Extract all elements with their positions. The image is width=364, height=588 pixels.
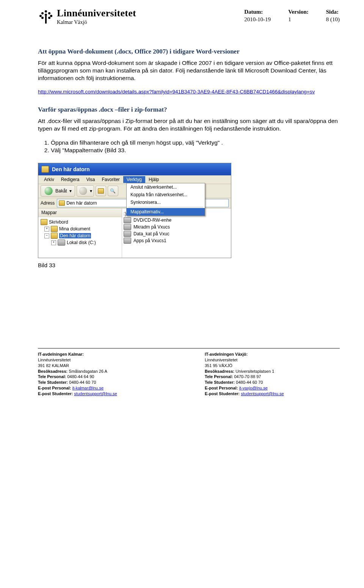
- tree-skrivbord[interactable]: Skrivbord: [41, 219, 119, 225]
- menu-hjalp[interactable]: Hjälp: [145, 176, 162, 183]
- forward-button[interactable]: ▾: [77, 185, 94, 197]
- explorer-screenshot: Den här datorn Arkiv Redigera Visa Favor…: [38, 163, 231, 258]
- logo-title: Linnéuniversitetet: [57, 8, 136, 18]
- list-item[interactable]: Mkradm på Vxucs: [124, 224, 229, 230]
- instruction-list: Öppna din filhanterare och gå till menyn…: [51, 139, 340, 154]
- my-computer-icon: [41, 166, 49, 173]
- menu-verktyg[interactable]: Verktyg: [123, 176, 145, 183]
- menu-arkiv[interactable]: Arkiv: [41, 176, 58, 183]
- dropdown-koppla[interactable]: Koppla från nätverksenhet...: [127, 191, 205, 199]
- tree-den-har-datorn[interactable]: − Den här datorn: [41, 232, 119, 239]
- expand-icon[interactable]: +: [44, 227, 49, 232]
- step-2: Välj "Mappalternativ (Bild 33.: [51, 147, 340, 154]
- meta-date-label: Datum:: [244, 8, 271, 16]
- email-link[interactable]: it-kalmar@lnu.se: [72, 386, 104, 390]
- address-label: Adress: [41, 200, 55, 206]
- footer-heading: IT-avdelningen Kalmar:: [38, 352, 84, 356]
- svg-point-3: [39, 15, 42, 17]
- folder-up-icon: [98, 188, 104, 194]
- svg-rect-8: [45, 16, 47, 24]
- svg-point-6: [41, 17, 44, 19]
- back-label: Bakåt: [55, 188, 67, 194]
- email-link[interactable]: studentsupport@lnu.se: [241, 391, 284, 396]
- footer-col-vaxjo: IT-avdelningen Växjö: Linnéuniversitetet…: [205, 352, 349, 397]
- window-titlebar: Den här datorn: [38, 163, 231, 175]
- svg-point-1: [41, 12, 44, 14]
- back-icon: [44, 186, 53, 195]
- footer-heading: IT-avdelningen Växjö:: [205, 352, 248, 356]
- expand-icon[interactable]: +: [51, 240, 56, 245]
- meta-version-value: 1: [288, 16, 309, 24]
- menu-bar: Arkiv Redigera Visa Favoriter Verktyg Hj…: [38, 175, 231, 184]
- footer-divider: [38, 348, 340, 348]
- svg-point-5: [50, 15, 52, 17]
- step-1: Öppna din filhanterare och gå till menyn…: [51, 139, 340, 146]
- email-link[interactable]: it-vaxjo@lnu.se: [239, 386, 267, 390]
- search-icon: 🔍: [110, 188, 116, 194]
- folder-icon: [51, 226, 58, 232]
- tree-mina-dokument[interactable]: + Mina dokument: [41, 225, 119, 232]
- folders-pane: Mappar Skrivbord + Mina dokument −: [38, 208, 122, 258]
- chevron-down-icon: ▾: [90, 188, 92, 194]
- document-meta: Datum: 2010-10-19 Version: 1 Sida: 8 (10…: [244, 8, 340, 23]
- section-heading-zip: Varför sparas/öppnas .docx –filer i zip-…: [38, 106, 340, 114]
- meta-page-label: Sida:: [326, 8, 340, 16]
- folders-pane-header: Mappar: [38, 208, 122, 217]
- section-body-open-docx: För att kunna öppna Word-dokument som är…: [38, 59, 340, 82]
- back-button[interactable]: Bakåt ▾: [41, 185, 75, 197]
- logo-subtitle: Kalmar Växjö: [57, 20, 136, 25]
- page-footer: IT-avdelningen Kalmar: Linnéuniversitete…: [38, 352, 340, 397]
- network-drive-icon: [124, 231, 131, 237]
- list-item[interactable]: Data_kat på Vxuc: [124, 230, 229, 237]
- desktop-icon: [41, 219, 47, 225]
- address-value: Den här datorn: [66, 200, 97, 206]
- meta-version-label: Version:: [288, 8, 309, 16]
- list-item[interactable]: Apps på Vxucs1: [124, 237, 229, 244]
- dropdown-synkronisera[interactable]: Synkronisera...: [127, 199, 205, 206]
- tree-lokal-disk[interactable]: + Lokal disk (C:): [41, 239, 119, 246]
- dropdown-divider: [128, 207, 203, 207]
- folder-tree: Skrivbord + Mina dokument − Den här dato…: [38, 217, 122, 247]
- forward-icon: [78, 186, 88, 195]
- menu-favoriter[interactable]: Favoriter: [99, 176, 123, 183]
- up-button[interactable]: [96, 186, 106, 196]
- dropdown-anslut[interactable]: Anslut nätverksenhet...: [127, 183, 205, 191]
- window-title: Den här datorn: [52, 166, 90, 172]
- drive-icon: [58, 240, 65, 246]
- list-item[interactable]: DVD/CD-RW-enhe: [124, 217, 229, 224]
- email-link[interactable]: studentsupport@lnu.se: [74, 391, 117, 396]
- svg-point-2: [48, 12, 50, 14]
- menu-visa[interactable]: Visa: [83, 176, 98, 183]
- figure-caption: Bild 33: [38, 262, 340, 268]
- network-drive-icon: [124, 224, 131, 230]
- my-computer-icon: [59, 200, 65, 206]
- meta-page-value: 8 (10): [326, 16, 340, 24]
- network-drive-icon: [124, 238, 131, 244]
- dropdown-mappalternativ[interactable]: Mappalternativ...: [127, 208, 205, 216]
- section-body-zip: Att .docx-filer vill sparas/öppnas i Zip…: [38, 117, 340, 132]
- university-logo: Linnéuniversitetet Kalmar Växjö: [38, 8, 136, 25]
- my-computer-icon: [51, 233, 58, 239]
- svg-point-0: [45, 10, 47, 13]
- microsoft-download-link[interactable]: http://www.microsoft.com/downloads/detai…: [38, 89, 315, 95]
- collapse-icon[interactable]: −: [44, 233, 49, 238]
- footer-col-kalmar: IT-avdelningen Kalmar: Linnéuniversitete…: [38, 352, 182, 397]
- meta-date-value: 2010-10-19: [244, 16, 271, 24]
- menu-redigera[interactable]: Redigera: [58, 176, 83, 183]
- search-button[interactable]: 🔍: [108, 186, 118, 196]
- section-heading-open-docx: Att öppna Word-dokument (.docx, Office 2…: [38, 48, 340, 55]
- verktyg-dropdown: Anslut nätverksenhet... Koppla från nätv…: [126, 183, 205, 216]
- svg-point-7: [48, 17, 50, 19]
- logo-tree-icon: [38, 8, 54, 24]
- svg-point-4: [45, 14, 47, 16]
- dvd-icon: [124, 217, 131, 223]
- chevron-down-icon: ▾: [69, 188, 72, 194]
